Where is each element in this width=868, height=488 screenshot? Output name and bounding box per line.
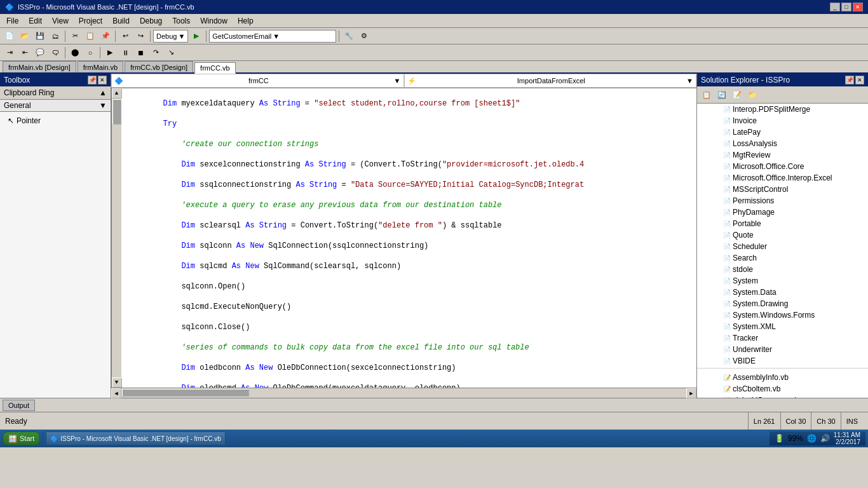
paste-btn[interactable]: 📌 xyxy=(98,29,112,43)
tab-frmcc-design[interactable]: frmCC.vb [Design] xyxy=(125,61,193,72)
tree-item-phydamage[interactable]: 📄 PhyDamage xyxy=(697,207,868,218)
code-content[interactable]: Dim myexceldataquery As String = "select… xyxy=(121,88,696,388)
hscroll-right-btn[interactable]: ► xyxy=(686,388,696,398)
bp-btn[interactable]: ⬤ xyxy=(68,46,82,60)
tree-item-permissions[interactable]: 📄 Permissions xyxy=(697,195,868,207)
bp-clear-btn[interactable]: ○ xyxy=(83,46,97,60)
tab-frmmain-design[interactable]: frmMain.vb [Design] xyxy=(3,61,76,72)
main-layout: Toolbox 📌 ✕ Clipboard Ring ▲ General ▼ ↖… xyxy=(0,74,868,398)
tree-item-systemxml[interactable]: 📄 System.XML xyxy=(697,321,868,332)
close-button[interactable]: ✕ xyxy=(853,3,863,11)
scroll-up-btn[interactable]: ▲ xyxy=(112,88,122,98)
tree-item-quote[interactable]: 📄 Quote xyxy=(697,229,868,241)
se-tree: 📄 Interop.PDFSplitMerge 📄 Invoice 📄 Late… xyxy=(697,104,868,398)
tree-item-systemdrawing[interactable]: 📄 System.Drawing xyxy=(697,298,868,309)
save-btn[interactable]: 💾 xyxy=(33,29,47,43)
toolbox-pin-btn[interactable]: 📌 xyxy=(88,76,97,85)
step-in-btn[interactable]: ↘ xyxy=(164,46,178,60)
outdent-btn[interactable]: ⇤ xyxy=(18,46,32,60)
se-showallfiles-btn[interactable]: 📁 xyxy=(745,88,759,102)
tree-item-latepay[interactable]: 📄 LatePay xyxy=(697,126,868,138)
tree-item-stdole[interactable]: 📄 stdole xyxy=(697,264,868,275)
menu-project[interactable]: Project xyxy=(75,15,106,27)
se-properties-btn[interactable]: 📋 xyxy=(700,88,714,102)
copy-btn[interactable]: 📋 xyxy=(83,29,97,43)
debug-tools-btn[interactable]: 🔧 xyxy=(342,29,356,43)
run-btn[interactable]: ▶ xyxy=(103,46,117,60)
tree-item-system[interactable]: 📄 System xyxy=(697,275,868,287)
tree-item-invoice[interactable]: 📄 Invoice xyxy=(697,115,868,126)
tree-item-msofficeexcel[interactable]: 📄 Microsoft.Office.Interop.Excel xyxy=(697,172,868,184)
se-pin-btn[interactable]: 📌 xyxy=(845,76,854,85)
scroll-down-btn[interactable]: ▼ xyxy=(112,377,122,388)
menu-debug[interactable]: Debug xyxy=(136,15,166,27)
undo-btn[interactable]: ↩ xyxy=(118,29,132,43)
start-icon: 🪟 xyxy=(8,435,17,443)
tree-item-label: VBIDE xyxy=(733,356,756,365)
menu-edit[interactable]: Edit xyxy=(25,15,46,27)
tree-item-mgtreview[interactable]: 📄 MgtReview xyxy=(697,149,868,161)
start-button[interactable]: 🪟 Start xyxy=(3,431,40,445)
tree-item-interop[interactable]: 📄 Interop.PDFSplitMerge xyxy=(697,104,868,115)
toolbox-pointer[interactable]: ↖ Pointer xyxy=(3,114,108,127)
se-view-code-btn[interactable]: 📝 xyxy=(730,88,744,102)
tree-item-msofficecore[interactable]: 📄 Microsoft.Office.Core xyxy=(697,161,868,172)
tree-item-portable[interactable]: 📄 Portable xyxy=(697,218,868,229)
tab-frmcc-code[interactable]: frmCC.vb xyxy=(194,62,235,74)
hscroll-left-btn[interactable]: ◄ xyxy=(111,388,121,398)
tree-item-assemblyinfo[interactable]: 📝 AssemblyInfo.vb xyxy=(697,372,868,383)
tree-item-icon: 📄 xyxy=(722,175,731,182)
hscroll-thumb[interactable] xyxy=(122,389,249,396)
redo-btn[interactable]: ↪ xyxy=(133,29,147,43)
indent-btn[interactable]: ⇥ xyxy=(3,46,17,60)
pause-btn[interactable]: ⏸ xyxy=(118,46,132,60)
se-close-btn[interactable]: ✕ xyxy=(855,76,864,85)
save-all-btn[interactable]: 🗂 xyxy=(48,29,62,43)
se-refresh-btn[interactable]: 🔄 xyxy=(715,88,729,102)
tree-item-search[interactable]: 📄 Search xyxy=(697,252,868,264)
menu-window[interactable]: Window xyxy=(196,15,231,27)
debug-tools-btn2[interactable]: ⚙ xyxy=(357,29,371,43)
tree-item-systemdata[interactable]: 📄 System.Data xyxy=(697,287,868,298)
tsep2 xyxy=(100,47,100,58)
tree-item-vbide[interactable]: 📄 VBIDE xyxy=(697,355,868,367)
output-tab[interactable]: Output xyxy=(3,400,35,411)
step-over-btn[interactable]: ↷ xyxy=(149,46,163,60)
tree-item-clscboltem[interactable]: 📝 clsCboltem.vb xyxy=(697,383,868,395)
tree-item-lossanalysis[interactable]: 📄 LossAnalysis xyxy=(697,138,868,149)
tree-item-scheduler[interactable]: 📄 Scheduler xyxy=(697,241,868,252)
menu-build[interactable]: Build xyxy=(109,15,133,27)
tree-item-systemwinforms[interactable]: 📄 System.Windows.Forms xyxy=(697,309,868,321)
menu-tools[interactable]: Tools xyxy=(168,15,194,27)
tree-item-clslstvcompare[interactable]: 📝 clsLstVCompare.vb xyxy=(697,395,868,398)
new-project-btn[interactable]: 📄 xyxy=(3,29,17,43)
open-btn[interactable]: 📂 xyxy=(18,29,32,43)
class-dropdown-icon: 🔷 xyxy=(114,77,123,85)
tab-frmmain-code[interactable]: frmMain.vb xyxy=(78,61,123,72)
horizontal-scrollbar[interactable]: ◄ ► xyxy=(111,388,696,398)
menu-help[interactable]: Help xyxy=(234,15,257,27)
method-dropdown[interactable]: ⚡ ImportDataFromExcel ▼ xyxy=(404,74,697,88)
vertical-scrollbar[interactable]: ▲ ▼ xyxy=(111,88,121,388)
stop-btn[interactable]: ⏹ xyxy=(133,46,147,60)
minimize-button[interactable]: _ xyxy=(830,3,840,11)
method-dropdown[interactable]: GetCustomerEmail ▼ xyxy=(209,30,336,43)
menu-file[interactable]: File xyxy=(3,15,22,27)
scroll-thumb[interactable] xyxy=(112,99,121,125)
cut-btn[interactable]: ✂ xyxy=(68,29,82,43)
uncomment-btn[interactable]: 🗨 xyxy=(48,46,62,60)
tree-item-tracker[interactable]: 📄 Tracker xyxy=(697,332,868,344)
maximize-button[interactable]: □ xyxy=(841,3,851,11)
scroll-track[interactable] xyxy=(112,98,121,377)
tree-item-msscript[interactable]: 📄 MSScriptControl xyxy=(697,184,868,195)
comment-btn[interactable]: 💬 xyxy=(33,46,47,60)
class-dropdown[interactable]: 🔷 frmCC ▼ xyxy=(111,74,404,88)
taskbar-app-vb[interactable]: 🔷 ISSPro - Microsoft Visual Basic .NET [… xyxy=(46,431,225,445)
output-bar: Output xyxy=(0,398,868,412)
debug-dropdown[interactable]: Debug ▼ xyxy=(153,30,188,43)
toolbox-close-btn[interactable]: ✕ xyxy=(98,76,107,85)
menu-view[interactable]: View xyxy=(48,15,72,27)
hscroll-track[interactable] xyxy=(121,388,686,398)
tree-item-underwriter[interactable]: 📄 Underwriter xyxy=(697,344,868,355)
start-btn[interactable]: ▶ xyxy=(189,29,203,43)
